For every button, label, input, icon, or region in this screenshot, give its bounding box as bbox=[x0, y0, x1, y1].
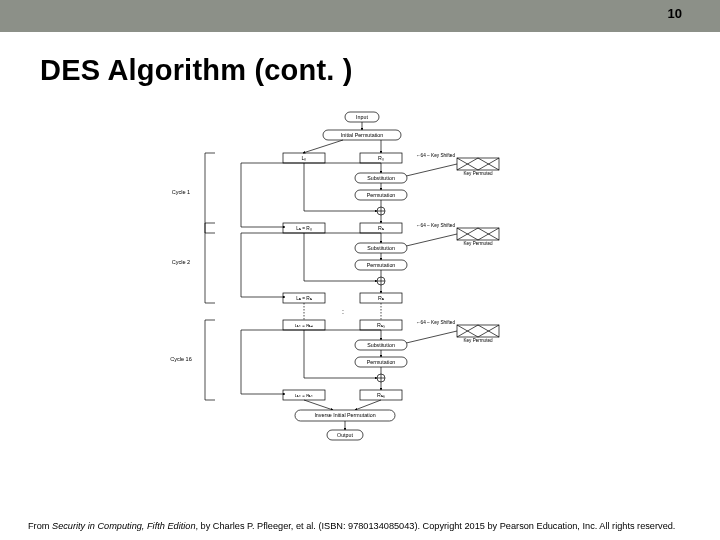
cycle16-Rout: R₁₆ bbox=[377, 392, 385, 398]
des-diagram: Input Initial Permutation L₀ R₀ ←64 – Ke… bbox=[155, 110, 565, 498]
cycle1-R: R₀ bbox=[378, 155, 384, 161]
label-initial-perm: Initial Permutation bbox=[341, 132, 383, 138]
cycle2-Lout: L₂ = R₁ bbox=[296, 296, 312, 301]
svg-line-3 bbox=[303, 140, 343, 153]
cycle1-L: L₀ bbox=[302, 155, 307, 161]
svg-rect-22 bbox=[457, 228, 499, 240]
mid-L: L₁₅ = R₁₄ bbox=[295, 323, 314, 328]
cycle1-Lout: L₁ = R₀ bbox=[296, 226, 312, 231]
mid-R: R₁₅ bbox=[377, 322, 385, 328]
cycle2-keyperm: Key Permuted bbox=[463, 241, 493, 246]
cycle1-keyperm: Key Permuted bbox=[463, 171, 493, 176]
cycle1-keyshift: ←64 – Key Shifted bbox=[416, 153, 455, 158]
cycle1-perm: Permutation bbox=[367, 192, 396, 198]
slide-title: DES Algorithm (cont. ) bbox=[40, 54, 353, 87]
slide: 10 DES Algorithm (cont. ) Input Initial … bbox=[0, 0, 720, 540]
cycle1-label: Cycle 1 bbox=[172, 189, 190, 195]
header-bar: 10 bbox=[0, 0, 720, 32]
label-input: Input bbox=[356, 114, 368, 120]
cycle1-sub: Substitution bbox=[367, 175, 395, 181]
cycle2-sub: Substitution bbox=[367, 245, 395, 251]
svg-line-43 bbox=[402, 331, 457, 344]
footer-citation: From Security in Computing, Fifth Editio… bbox=[28, 521, 692, 531]
page-number: 10 bbox=[668, 6, 682, 21]
cycle16-Lout: L₁₆ = R₁₅ bbox=[295, 393, 314, 398]
cycle16-perm: Permutation bbox=[367, 359, 396, 365]
label-output: Output bbox=[337, 432, 353, 438]
footer-book: Security in Computing, Fifth Edition bbox=[52, 521, 196, 531]
footer-rest: , by Charles P. Pfleeger, et al. (ISBN: … bbox=[196, 521, 676, 531]
dots: : bbox=[342, 308, 344, 315]
svg-rect-41 bbox=[457, 325, 499, 337]
cycle16-sub: Substitution bbox=[367, 342, 395, 348]
label-inverse-ip: Inverse Initial Permutation bbox=[314, 412, 375, 418]
cycle16-keyperm: Key Permuted bbox=[463, 338, 493, 343]
des-diagram-svg: Input Initial Permutation L₀ R₀ ←64 – Ke… bbox=[155, 110, 565, 498]
svg-rect-7 bbox=[457, 158, 499, 170]
svg-line-24 bbox=[402, 234, 457, 247]
footer-prefix: From bbox=[28, 521, 52, 531]
cycle2-Rout: R₂ bbox=[378, 295, 384, 301]
svg-line-9 bbox=[402, 164, 457, 177]
cycle2-perm: Permutation bbox=[367, 262, 396, 268]
svg-line-56 bbox=[304, 400, 333, 410]
svg-line-57 bbox=[355, 400, 381, 410]
cycle16-keyshift: ←64 – Key Shifted bbox=[416, 320, 455, 325]
cycle1-Rout: R₁ bbox=[378, 225, 384, 231]
cycle16-label: Cycle 16 bbox=[170, 356, 191, 362]
cycle2-label: Cycle 2 bbox=[172, 259, 190, 265]
cycle2-keyshift: ←64 – Key Shifted bbox=[416, 223, 455, 228]
